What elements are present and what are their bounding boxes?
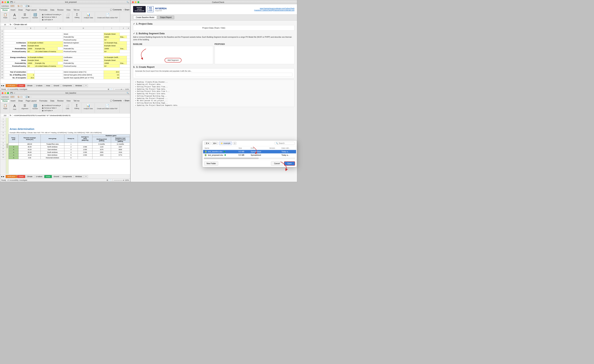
scroll-right-tabs-b[interactable]: ▶ [3,176,4,178]
minimize-btn-baseline[interactable] [4,92,6,94]
name-box-proposed[interactable] [1,23,9,26]
fd-file-row-proposed[interactable]: 📗 test_proposed.xlsx 9.5 MB Spreadsheet … [203,153,296,157]
tab-insert-baseline[interactable]: Insert [9,99,17,102]
create-baseline-model-btn[interactable]: Create Baseline Model [133,15,157,19]
close-btn[interactable] [2,1,3,3]
view-page-baseline[interactable]: ⋮ [112,179,113,181]
analyze-data-btn[interactable]: 📊 Analyze Data [83,13,94,19]
maximize-btn-baseline[interactable] [7,92,9,94]
search-icon-baseline[interactable]: 🔍 [127,92,129,94]
name-box-baseline[interactable] [1,114,9,117]
sheet-tab-components-proposed[interactable]: Components [61,84,74,87]
cell-styles-btn-b[interactable]: ▦ Cell Styles ▾ [41,110,61,112]
view-layout-baseline[interactable]: 📄 [109,179,111,181]
view-normal-proposed[interactable]: ⊞ [108,88,109,90]
font-btn[interactable]: A Font [11,13,18,20]
cell-styles-btn[interactable]: ▦ Cell Styles ▾ [41,19,62,21]
autosave-toggle[interactable]: OFF [10,5,15,7]
tab-data-baseline[interactable]: Data [49,99,56,102]
sheet-area-proposed[interactable]: D E F G H I J K 14 [0,26,130,83]
fd-file-row-baseline[interactable]: 📗 test_baseline.xlsx 9.5 MB Spreadsheet … [203,150,296,154]
tab-pagelayout-proposed[interactable]: Page Layout [24,8,38,11]
tab-tellme-baseline[interactable]: Tell me [72,99,81,102]
fd-cancel-btn[interactable]: Cancel [271,161,283,165]
paste-btn-b[interactable]: 📋 Paste [2,104,9,110]
adobe-btn-b[interactable]: 📄 Create and Share Adobe PDF [96,104,118,110]
tab-insert-proposed[interactable]: Insert [9,8,17,11]
save-icon-baseline[interactable]: 💾 [10,92,13,94]
search-icon[interactable]: 🔍 [127,1,129,3]
sheet-tab-climate-proposed[interactable]: Climate [25,84,34,87]
tab-draw-proposed[interactable]: Draw [17,8,24,11]
tab-data-proposed[interactable]: Data [49,8,56,11]
comments-btn-baseline[interactable]: 💬 Comments [110,100,122,102]
sheet-tab-uvalues-baseline[interactable]: U-values [34,175,44,178]
sheet-tab-components-baseline[interactable]: Components [61,175,74,178]
adobe-btn[interactable]: 📄 Create and Share Adobe PDF [96,13,119,19]
number-btn[interactable]: 🔢 Number [32,13,39,19]
format-as-table-btn[interactable]: ▦ Format as Table ▾ [41,16,62,18]
font-btn-b[interactable]: A Font [11,104,18,111]
sheet-tab-verification-proposed[interactable]: Verification [6,84,17,87]
formula-input-baseline[interactable] [14,115,129,116]
sheet-tab-ground-baseline[interactable]: Ground [52,175,61,178]
scroll-right-tabs[interactable]: ▶ [3,85,4,86]
view-page-proposed[interactable]: ⋮ [113,88,114,90]
conditional-formatting-btn[interactable]: ▦ Conditional Formatting ▾ [41,13,62,16]
fd-list-view-btn[interactable]: ☰ ▾ [204,142,211,145]
tab-home-baseline[interactable]: Home [1,99,9,102]
formula-input-proposed[interactable] [14,24,129,26]
sheet-tab-add-b[interactable]: + [84,175,88,178]
sheet-tab-areas-proposed[interactable]: Areas [44,84,52,87]
sheet-tab-add[interactable]: + [84,84,88,87]
tab-draw-baseline[interactable]: Draw [17,99,24,102]
share-btn-baseline[interactable]: ↑ Share [123,100,129,102]
view-layout-proposed[interactable]: 📄 [110,88,112,90]
cc-maximize-btn[interactable] [137,1,139,3]
fd-new-folder-btn[interactable]: New Folder [204,161,218,165]
sheet-tab-ground-proposed[interactable]: Ground [52,84,61,87]
sheet-area-baseline[interactable]: 1 2 3 4 5 6 7 8 9 10 11 12 13 [0,118,130,174]
tab-formulas-proposed[interactable]: Formulas [38,8,49,11]
tab-pagelayout-baseline[interactable]: Page Layout [24,99,38,102]
view-normal-baseline[interactable]: ⊞ [107,179,108,181]
zoom-slider-baseline[interactable]: ────────● [114,179,124,181]
sheet-tab-uvalues-proposed[interactable]: U-values [34,84,44,87]
sheet-tab-climate-baseline[interactable]: Climate [25,175,34,178]
close-btn-baseline[interactable] [2,92,3,94]
report-path-input[interactable] [135,73,292,77]
minimize-btn[interactable] [4,1,6,3]
tab-view-baseline[interactable]: View [65,99,72,102]
fd-scrollbar[interactable] [204,158,295,159]
autosave-toggle-baseline[interactable]: OFF [10,96,15,98]
editing-btn[interactable]: Σ Editing [74,13,81,19]
fd-open-btn[interactable]: Open [284,161,295,165]
tab-tellme-proposed[interactable]: Tell me [72,8,81,11]
fd-grid-view-btn[interactable]: ⊞ ▾ [212,142,218,145]
cc-close-btn[interactable] [132,1,134,3]
undo-icon[interactable]: ↩ [14,1,15,3]
tab-view-proposed[interactable]: View [65,8,72,11]
cells-btn[interactable]: ⬜ Cells [65,13,71,19]
sheet-tab-windows-baseline[interactable]: Windows [74,175,84,178]
zoom-slider-proposed[interactable]: ─────●── [115,88,124,90]
output-report-btn[interactable]: Output Report [157,15,174,19]
sheet-tab-windows-proposed[interactable]: Windows [74,84,84,87]
add-segment-btn[interactable]: Add Segment [165,58,182,62]
fd-search-input[interactable] [279,142,293,144]
save-icon[interactable]: 💾 [10,1,13,3]
sheet-tab-verification-baseline[interactable]: Verification [6,175,17,178]
tab-formulas-baseline[interactable]: Formulas [38,99,49,102]
sheet-tab-check-proposed[interactable]: Check [17,84,25,87]
cells-btn-b[interactable]: ⬜ Cells [64,104,71,110]
format-as-table-btn-b[interactable]: ▦ Format as Table ▾ [41,107,61,109]
tab-review-baseline[interactable]: Review [56,99,65,102]
paste-btn[interactable]: 📋 Paste [2,13,9,19]
scroll-left-tabs-b[interactable]: ◀ [1,176,2,178]
sheet-tab-check-baseline[interactable]: Check [17,175,25,178]
editing-btn-b[interactable]: Σ Editing [74,104,80,110]
undo-icon-baseline[interactable]: ↩ [14,92,15,94]
scroll-left-tabs[interactable]: ◀ [1,85,2,86]
share-btn[interactable]: ↑ Share [123,9,129,11]
fd-nav-forward-btn[interactable]: ⟩ [233,142,236,145]
